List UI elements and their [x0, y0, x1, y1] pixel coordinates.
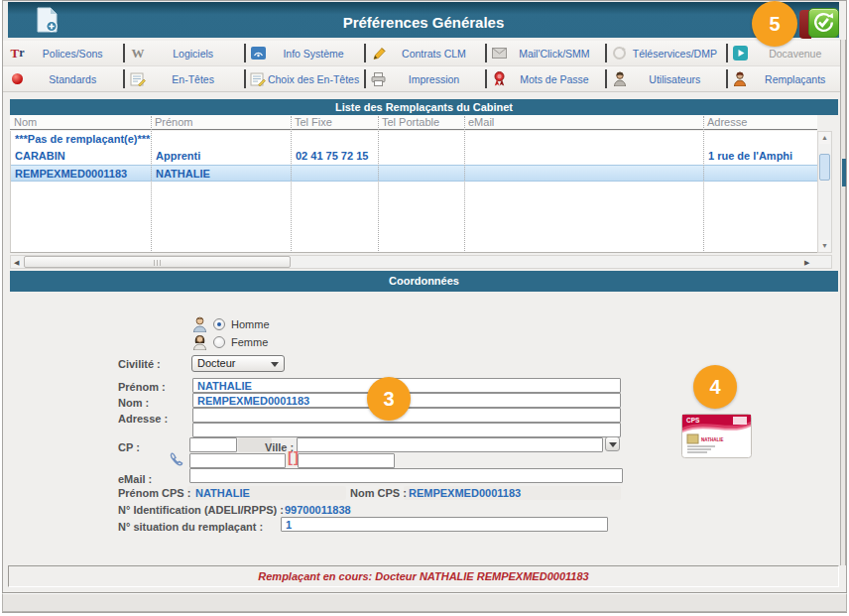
mail-icon: [491, 48, 508, 59]
cp-label: CP :: [118, 441, 140, 453]
col-email: eMail: [468, 116, 494, 128]
tab-mots-de-passe[interactable]: Mots de Passe: [485, 66, 605, 91]
radio-homme-label: Homme: [231, 318, 270, 330]
replacements-table: ***Pas de remplaçant(e)*** CARABIN Appre…: [10, 131, 817, 253]
tab-row-2: Standards En-Têtes Choix des En-Têtes Im…: [3, 66, 846, 92]
tab-utilisateurs[interactable]: Utilisateurs: [605, 66, 725, 91]
table-row-selected[interactable]: REMPEXMED0001183 NATHALIE: [11, 165, 817, 182]
table-vertical-scrollbar[interactable]: ▲ ▼: [817, 131, 832, 253]
window-right-scrollbar[interactable]: [840, 40, 846, 565]
col-prenom: Prénom: [155, 116, 193, 128]
tab-row-1: Tr Polices/Sons W Logiciels Info Système…: [3, 41, 846, 66]
radio-femme-label: Femme: [231, 336, 268, 348]
table-horizontal-scrollbar[interactable]: ◀ ▶: [10, 255, 832, 269]
phone-icon: [169, 451, 185, 472]
tab-mailclick-smm[interactable]: Mail'Click/SMM: [485, 41, 605, 65]
window-scroll-thumb[interactable]: [842, 159, 846, 186]
table-column-headers: Nom Prénom Tel Fixe Tel Portable eMail A…: [10, 115, 817, 130]
vertical-scroll-thumb[interactable]: [819, 154, 830, 181]
tab-teleservices-dmp[interactable]: Téléservices/DMP: [605, 41, 725, 65]
col-adresse: Adresse: [707, 116, 747, 128]
annotation-badge-3: 3: [367, 377, 411, 421]
standards-icon: [9, 73, 26, 84]
col-tel-fixe: Tel Fixe: [295, 116, 332, 128]
fonts-icon: Tr: [9, 46, 26, 62]
phone2-field[interactable]: [298, 453, 395, 468]
col-divider: [151, 116, 152, 253]
password-seal-icon: [491, 71, 508, 87]
scroll-right-button[interactable]: ▶: [804, 257, 809, 269]
col-tel-portable: Tel Portable: [382, 116, 439, 128]
window-title: Préférences Générales: [8, 14, 839, 31]
col-nom: Nom: [14, 116, 37, 128]
prenom-cps-value: NATHALIE: [195, 487, 250, 499]
adeli-label: N° Identification (ADELI/RPPS) :: [118, 504, 284, 516]
adeli-value: 99700011838: [285, 504, 351, 516]
bottom-status-bar: [2, 593, 847, 612]
adresse-label: Adresse :: [118, 413, 168, 425]
tab-remplacants[interactable]: Remplaçants: [726, 66, 846, 91]
adresse2-field[interactable]: [192, 423, 621, 437]
horizontal-scroll-thumb[interactable]: [24, 256, 291, 268]
scroll-left-button[interactable]: ◀: [14, 257, 19, 269]
situation-field[interactable]: 1: [281, 517, 608, 532]
tab-logiciels[interactable]: W Logiciels: [123, 41, 243, 65]
nom-label: Nom :: [118, 397, 149, 409]
svg-text:CPS: CPS: [686, 417, 700, 424]
table-row[interactable]: CARABIN Apprenti 02 41 75 72 15 1 rue de…: [11, 148, 817, 165]
headers-icon: [129, 72, 146, 86]
annotation-badge-5: 5: [752, 1, 797, 47]
col-divider: [464, 116, 465, 253]
nom-cps-value: REMPEXMED0001183: [409, 487, 521, 499]
word-icon: W: [129, 46, 146, 62]
preferences-window: Préférences Générales Tr Polices/Sons W …: [0, 0, 849, 616]
situation-label: N° situation du remplaçant :: [118, 521, 263, 533]
replacement-user-icon: [732, 71, 749, 86]
ville-dropdown-button[interactable]: [605, 436, 620, 451]
civilite-label: Civilité :: [118, 358, 161, 370]
scroll-up-button[interactable]: ▲: [819, 132, 830, 144]
prenom-label: Prénom :: [118, 381, 166, 393]
civilite-select[interactable]: Docteur: [191, 355, 285, 372]
user-icon: [611, 71, 628, 86]
radio-femme[interactable]: [213, 336, 225, 348]
validate-button[interactable]: [808, 8, 839, 38]
col-divider: [291, 116, 292, 253]
scroll-down-button[interactable]: ▼: [819, 240, 830, 252]
prenom-cps-label: Prénom CPS :: [118, 487, 190, 499]
tab-en-tetes[interactable]: En-Têtes: [123, 66, 243, 91]
tab-polices-sons[interactable]: Tr Polices/Sons: [3, 41, 123, 65]
email-field[interactable]: [189, 468, 623, 483]
tab-info-systeme[interactable]: Info Système: [244, 41, 364, 65]
phone1-field[interactable]: [189, 453, 286, 468]
annotation-badge-4: 4: [693, 365, 737, 409]
tab-impression[interactable]: Impression: [364, 66, 484, 91]
svg-text:NATHALIE: NATHALIE: [701, 437, 723, 442]
tab-choix-des-en-tetes[interactable]: Choix des En-Têtes: [244, 66, 364, 91]
ville-field[interactable]: [297, 437, 603, 452]
col-divider: [703, 116, 704, 253]
col-divider: [378, 116, 379, 253]
male-icon: [192, 316, 207, 336]
cps-card-image: CPS NATHALIE: [681, 414, 752, 462]
docavenue-icon: [732, 46, 749, 61]
pencil-icon: [370, 46, 387, 61]
coordonnees-section-header: Coordonnées: [10, 271, 838, 292]
table-row[interactable]: ***Pas de remplaçant(e)***: [11, 131, 817, 148]
list-section-header: Liste des Remplaçants du Cabinet: [10, 99, 838, 115]
tab-docavenue[interactable]: Docavenue: [726, 41, 846, 65]
cp-field[interactable]: [189, 437, 237, 452]
current-replacement-status: Remplaçant en cours: Docteur NATHALIE RE…: [8, 565, 839, 587]
tab-standards[interactable]: Standards: [3, 66, 123, 91]
tab-contrats-clm[interactable]: Contrats CLM: [364, 41, 484, 65]
headers-choice-icon: [250, 72, 267, 86]
printer-icon: [370, 72, 387, 86]
female-icon: [192, 334, 207, 354]
nom-cps-label: Nom CPS :: [350, 487, 407, 499]
radio-homme[interactable]: [213, 318, 225, 330]
system-info-icon: [250, 47, 267, 60]
email-label: eMail :: [118, 473, 152, 485]
teleservices-icon: [611, 46, 628, 61]
title-bar: Préférences Générales: [8, 2, 839, 38]
